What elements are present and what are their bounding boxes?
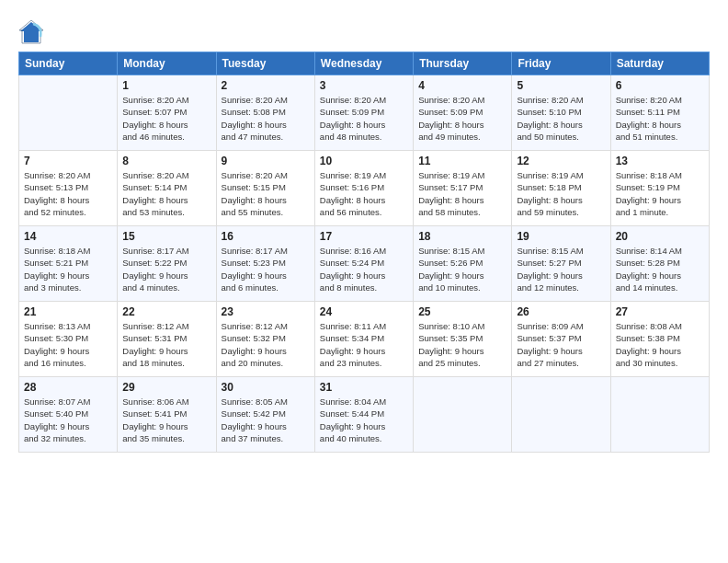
day-info: Sunrise: 8:15 AM Sunset: 5:26 PM Dayligh…	[418, 245, 506, 293]
day-info: Sunrise: 8:20 AM Sunset: 5:09 PM Dayligh…	[418, 94, 506, 143]
day-number: 15	[122, 230, 210, 243]
calendar-cell: 20Sunrise: 8:14 AM Sunset: 5:28 PM Dayli…	[610, 226, 709, 302]
calendar-cell: 23Sunrise: 8:12 AM Sunset: 5:32 PM Dayli…	[216, 302, 314, 377]
week-row-2: 7Sunrise: 8:20 AM Sunset: 5:13 PM Daylig…	[19, 151, 710, 226]
day-number: 22	[122, 305, 210, 318]
calendar-cell: 22Sunrise: 8:12 AM Sunset: 5:31 PM Dayli…	[118, 302, 216, 377]
day-number: 3	[320, 79, 408, 92]
day-info: Sunrise: 8:12 AM Sunset: 5:32 PM Dayligh…	[222, 320, 310, 369]
day-info: Sunrise: 8:09 AM Sunset: 5:37 PM Dayligh…	[517, 320, 605, 369]
day-info: Sunrise: 8:20 AM Sunset: 5:14 PM Dayligh…	[122, 169, 210, 218]
day-number: 12	[517, 155, 605, 167]
calendar-cell: 17Sunrise: 8:16 AM Sunset: 5:24 PM Dayli…	[314, 226, 413, 302]
calendar-cell	[19, 75, 118, 151]
col-header-tuesday: Tuesday	[216, 52, 314, 75]
day-number: 6	[616, 79, 704, 92]
day-number: 20	[616, 230, 704, 243]
calendar-cell: 28Sunrise: 8:07 AM Sunset: 5:40 PM Dayli…	[19, 377, 118, 453]
day-info: Sunrise: 8:20 AM Sunset: 5:09 PM Dayligh…	[320, 94, 408, 143]
day-info: Sunrise: 8:12 AM Sunset: 5:31 PM Dayligh…	[122, 320, 210, 369]
day-info: Sunrise: 8:18 AM Sunset: 5:19 PM Dayligh…	[616, 169, 704, 218]
day-info: Sunrise: 8:14 AM Sunset: 5:28 PM Dayligh…	[616, 245, 704, 293]
calendar-cell: 13Sunrise: 8:18 AM Sunset: 5:19 PM Dayli…	[610, 151, 709, 226]
calendar-cell: 24Sunrise: 8:11 AM Sunset: 5:34 PM Dayli…	[314, 302, 413, 377]
day-info: Sunrise: 8:16 AM Sunset: 5:24 PM Dayligh…	[320, 245, 408, 293]
calendar-cell: 31Sunrise: 8:04 AM Sunset: 5:44 PM Dayli…	[314, 377, 413, 453]
col-header-wednesday: Wednesday	[314, 52, 413, 75]
header-row: SundayMondayTuesdayWednesdayThursdayFrid…	[19, 52, 710, 75]
day-info: Sunrise: 8:13 AM Sunset: 5:30 PM Dayligh…	[24, 320, 112, 369]
day-number: 13	[616, 155, 704, 167]
day-number: 7	[24, 155, 112, 167]
header	[18, 15, 710, 44]
day-info: Sunrise: 8:06 AM Sunset: 5:41 PM Dayligh…	[122, 396, 210, 444]
calendar-cell: 25Sunrise: 8:10 AM Sunset: 5:35 PM Dayli…	[414, 302, 512, 377]
day-number: 24	[320, 305, 408, 318]
day-info: Sunrise: 8:20 AM Sunset: 5:11 PM Dayligh…	[616, 94, 704, 143]
day-info: Sunrise: 8:17 AM Sunset: 5:22 PM Dayligh…	[122, 245, 210, 293]
day-number: 26	[517, 305, 605, 318]
day-number: 14	[24, 230, 112, 243]
week-row-3: 14Sunrise: 8:18 AM Sunset: 5:21 PM Dayli…	[19, 226, 710, 302]
calendar-cell	[610, 377, 709, 453]
day-info: Sunrise: 8:17 AM Sunset: 5:23 PM Dayligh…	[222, 245, 310, 293]
logo-icon	[18, 18, 44, 44]
col-header-saturday: Saturday	[610, 52, 709, 75]
day-info: Sunrise: 8:08 AM Sunset: 5:38 PM Dayligh…	[616, 320, 704, 369]
day-info: Sunrise: 8:15 AM Sunset: 5:27 PM Dayligh…	[517, 245, 605, 293]
page-container: SundayMondayTuesdayWednesdayThursdayFrid…	[0, 0, 728, 462]
calendar-cell: 12Sunrise: 8:19 AM Sunset: 5:18 PM Dayli…	[512, 151, 610, 226]
day-info: Sunrise: 8:18 AM Sunset: 5:21 PM Dayligh…	[24, 245, 112, 293]
calendar-cell: 18Sunrise: 8:15 AM Sunset: 5:26 PM Dayli…	[414, 226, 512, 302]
calendar-cell: 26Sunrise: 8:09 AM Sunset: 5:37 PM Dayli…	[512, 302, 610, 377]
calendar-cell: 14Sunrise: 8:18 AM Sunset: 5:21 PM Dayli…	[19, 226, 118, 302]
day-number: 1	[122, 79, 210, 92]
calendar-cell: 9Sunrise: 8:20 AM Sunset: 5:15 PM Daylig…	[216, 151, 314, 226]
day-number: 4	[418, 79, 506, 92]
day-number: 19	[517, 230, 605, 243]
calendar-cell: 21Sunrise: 8:13 AM Sunset: 5:30 PM Dayli…	[19, 302, 118, 377]
calendar-cell	[414, 377, 512, 453]
day-number: 30	[222, 381, 310, 394]
day-info: Sunrise: 8:19 AM Sunset: 5:16 PM Dayligh…	[320, 169, 408, 218]
day-number: 23	[222, 305, 310, 318]
calendar-cell: 29Sunrise: 8:06 AM Sunset: 5:41 PM Dayli…	[118, 377, 216, 453]
calendar-cell: 15Sunrise: 8:17 AM Sunset: 5:22 PM Dayli…	[118, 226, 216, 302]
day-info: Sunrise: 8:04 AM Sunset: 5:44 PM Dayligh…	[320, 396, 408, 444]
day-number: 5	[517, 79, 605, 92]
calendar-cell	[512, 377, 610, 453]
day-number: 27	[616, 305, 704, 318]
calendar-cell: 5Sunrise: 8:20 AM Sunset: 5:10 PM Daylig…	[512, 75, 610, 151]
col-header-thursday: Thursday	[414, 52, 512, 75]
col-header-sunday: Sunday	[19, 52, 118, 75]
calendar-cell: 6Sunrise: 8:20 AM Sunset: 5:11 PM Daylig…	[610, 75, 709, 151]
day-number: 9	[222, 155, 310, 167]
calendar-table: SundayMondayTuesdayWednesdayThursdayFrid…	[18, 52, 710, 453]
day-number: 31	[320, 381, 408, 394]
day-info: Sunrise: 8:20 AM Sunset: 5:15 PM Dayligh…	[222, 169, 310, 218]
calendar-cell: 27Sunrise: 8:08 AM Sunset: 5:38 PM Dayli…	[610, 302, 709, 377]
calendar-cell: 8Sunrise: 8:20 AM Sunset: 5:14 PM Daylig…	[118, 151, 216, 226]
calendar-cell: 30Sunrise: 8:05 AM Sunset: 5:42 PM Dayli…	[216, 377, 314, 453]
calendar-cell: 2Sunrise: 8:20 AM Sunset: 5:08 PM Daylig…	[216, 75, 314, 151]
day-number: 25	[418, 305, 506, 318]
day-info: Sunrise: 8:05 AM Sunset: 5:42 PM Dayligh…	[222, 396, 310, 444]
logo	[18, 18, 48, 44]
day-info: Sunrise: 8:20 AM Sunset: 5:07 PM Dayligh…	[122, 94, 210, 143]
calendar-cell: 4Sunrise: 8:20 AM Sunset: 5:09 PM Daylig…	[414, 75, 512, 151]
day-number: 18	[418, 230, 506, 243]
day-info: Sunrise: 8:19 AM Sunset: 5:18 PM Dayligh…	[517, 169, 605, 218]
col-header-friday: Friday	[512, 52, 610, 75]
calendar-cell: 10Sunrise: 8:19 AM Sunset: 5:16 PM Dayli…	[314, 151, 413, 226]
day-number: 11	[418, 155, 506, 167]
calendar-cell: 11Sunrise: 8:19 AM Sunset: 5:17 PM Dayli…	[414, 151, 512, 226]
day-info: Sunrise: 8:10 AM Sunset: 5:35 PM Dayligh…	[418, 320, 506, 369]
day-info: Sunrise: 8:20 AM Sunset: 5:10 PM Dayligh…	[517, 94, 605, 143]
day-info: Sunrise: 8:20 AM Sunset: 5:13 PM Dayligh…	[24, 169, 112, 218]
col-header-monday: Monday	[118, 52, 216, 75]
week-row-1: 1Sunrise: 8:20 AM Sunset: 5:07 PM Daylig…	[19, 75, 710, 151]
calendar-cell: 19Sunrise: 8:15 AM Sunset: 5:27 PM Dayli…	[512, 226, 610, 302]
week-row-4: 21Sunrise: 8:13 AM Sunset: 5:30 PM Dayli…	[19, 302, 710, 377]
day-info: Sunrise: 8:07 AM Sunset: 5:40 PM Dayligh…	[24, 396, 112, 444]
day-number: 16	[222, 230, 310, 243]
